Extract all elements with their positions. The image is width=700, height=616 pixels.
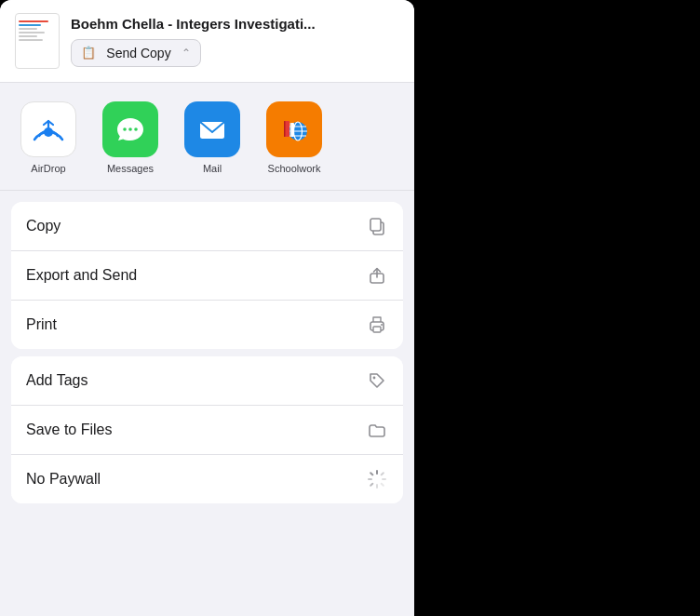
svg-rect-13 [290, 123, 291, 137]
add-tags-label: Add Tags [26, 372, 88, 389]
actions-group-2: Add Tags Save to Files No Paywall [11, 356, 403, 503]
airdrop-icon [20, 101, 76, 157]
export-and-send-label: Export and Send [26, 267, 137, 284]
svg-point-1 [123, 127, 127, 131]
copy-label: Copy [26, 218, 61, 234]
print-label: Print [26, 316, 57, 333]
chevron-icon: ⌃ [182, 47, 191, 60]
svg-line-26 [370, 473, 372, 475]
svg-point-3 [134, 127, 138, 131]
svg-line-28 [382, 473, 384, 475]
svg-line-29 [370, 484, 372, 486]
doc-thumbnail [15, 13, 60, 69]
schoolwork-label: Schoolwork [268, 163, 321, 175]
doc-title: Boehm Chella - Integers Investigati... [71, 16, 399, 32]
mail-icon [184, 101, 240, 157]
add-tags-action[interactable]: Add Tags [11, 356, 403, 406]
svg-rect-11 [284, 121, 286, 137]
send-copy-label: Send Copy [101, 46, 176, 60]
svg-point-2 [128, 127, 132, 131]
header: Boehm Chella - Integers Investigati... 📋… [0, 0, 414, 83]
svg-rect-10 [285, 121, 289, 137]
messages-icon [102, 101, 158, 157]
apps-row: AirDrop Messages [15, 101, 399, 175]
app-item-schoolwork[interactable]: Schoolwork [261, 101, 328, 175]
right-panel [414, 0, 700, 616]
print-action[interactable]: Print [11, 301, 403, 349]
svg-point-20 [381, 324, 383, 326]
copy-action[interactable]: Copy [11, 202, 403, 251]
messages-label: Messages [107, 163, 154, 175]
header-info: Boehm Chella - Integers Investigati... 📋… [71, 16, 399, 67]
airdrop-label: AirDrop [31, 163, 65, 175]
save-to-files-action[interactable]: Save to Files [11, 406, 403, 455]
export-icon [366, 264, 388, 287]
doc-icon: 📋 [81, 46, 96, 60]
app-item-mail[interactable]: Mail [179, 101, 246, 175]
schoolwork-icon [266, 101, 322, 157]
actions-group-1: Copy Export and Send Print [11, 202, 403, 349]
tag-icon [366, 369, 388, 392]
no-paywall-action[interactable]: No Paywall [11, 455, 403, 503]
app-item-messages[interactable]: Messages [97, 101, 164, 175]
print-icon [366, 314, 388, 336]
app-item-airdrop[interactable]: AirDrop [15, 101, 82, 175]
folder-icon [366, 419, 388, 441]
save-to-files-label: Save to Files [26, 422, 112, 438]
loader-icon [366, 468, 388, 490]
apps-section: AirDrop Messages [0, 83, 414, 191]
copy-icon [366, 215, 388, 237]
no-paywall-label: No Paywall [26, 471, 101, 488]
svg-rect-19 [373, 327, 381, 332]
svg-rect-15 [370, 219, 381, 231]
share-panel: Boehm Chella - Integers Investigati... 📋… [0, 0, 414, 616]
svg-point-21 [373, 377, 376, 380]
export-and-send-action[interactable]: Export and Send [11, 251, 403, 301]
svg-line-27 [382, 484, 384, 486]
mail-label: Mail [203, 163, 222, 175]
send-copy-button[interactable]: 📋 Send Copy ⌃ [71, 39, 201, 67]
